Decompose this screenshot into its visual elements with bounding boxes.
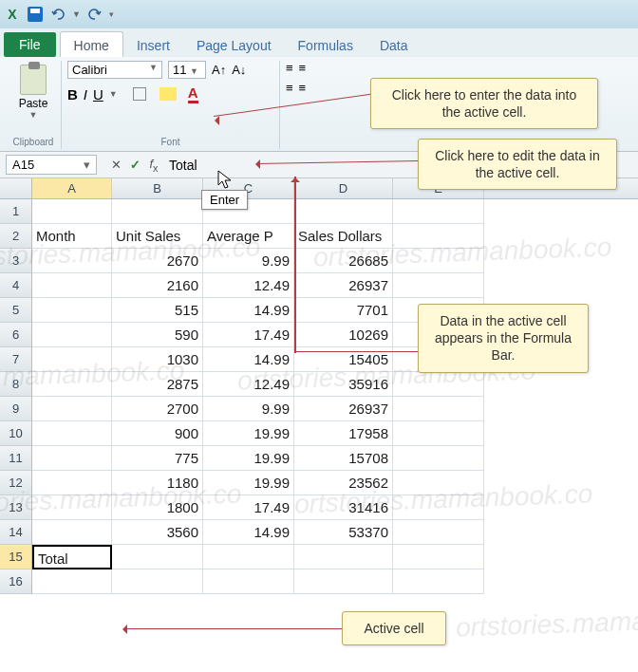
cell-A9[interactable]	[32, 397, 112, 421]
row-header[interactable]: 11	[0, 446, 32, 471]
cell-B2[interactable]: Unit Sales	[112, 224, 203, 249]
align-middle-icon[interactable]: ≡	[299, 61, 307, 75]
row-header[interactable]: 2	[0, 224, 32, 249]
cell-E3[interactable]	[393, 249, 484, 273]
cell-B7[interactable]: 1030	[112, 347, 203, 372]
paste-button[interactable]: Paste ▼	[11, 61, 55, 120]
border-icon[interactable]	[133, 87, 146, 101]
cell-D3[interactable]: 26685	[294, 249, 393, 273]
cell-E12[interactable]	[393, 471, 484, 495]
align-left-icon[interactable]: ≡	[286, 81, 293, 95]
font-size-select[interactable]: 11 ▼	[168, 61, 206, 79]
cell-A11[interactable]	[32, 446, 112, 471]
align-center-icon[interactable]: ≡	[299, 81, 307, 95]
cell-C4[interactable]: 12.49	[203, 273, 294, 298]
align-top-icon[interactable]: ≡	[286, 61, 293, 75]
tab-insert[interactable]: Insert	[123, 32, 183, 57]
cell-A15[interactable]: Total	[32, 545, 112, 569]
cell-C2[interactable]: Average P	[203, 224, 294, 249]
cell-D11[interactable]: 15708	[294, 446, 393, 471]
cell-B16[interactable]	[112, 569, 203, 594]
cell-A5[interactable]	[32, 298, 112, 323]
cell-B13[interactable]: 1800	[112, 495, 203, 520]
redo-icon[interactable]	[86, 6, 103, 23]
fill-color-icon[interactable]	[160, 87, 177, 101]
row-header[interactable]: 10	[0, 421, 32, 446]
cell-E13[interactable]	[393, 495, 484, 520]
paste-dropdown-icon[interactable]: ▼	[29, 110, 38, 120]
cell-C16[interactable]	[203, 569, 294, 594]
underline-button[interactable]: U	[93, 86, 103, 103]
cell-D16[interactable]	[294, 569, 393, 594]
row-header[interactable]: 13	[0, 495, 32, 520]
cell-B4[interactable]: 2160	[112, 273, 203, 298]
cell-A3[interactable]	[32, 249, 112, 273]
cell-E10[interactable]	[393, 421, 484, 446]
cell-B8[interactable]: 2875	[112, 372, 203, 397]
row-header[interactable]: 3	[0, 249, 32, 273]
underline-dropdown-icon[interactable]: ▼	[109, 89, 118, 99]
cell-A6[interactable]	[32, 323, 112, 347]
cell-E4[interactable]	[393, 273, 484, 298]
grow-font-icon[interactable]: A↑	[212, 63, 226, 77]
cell-E2[interactable]	[393, 224, 484, 249]
row-header[interactable]: 16	[0, 569, 32, 594]
col-header-A[interactable]: A	[32, 178, 112, 198]
cell-A1[interactable]	[32, 199, 112, 224]
row-header[interactable]: 6	[0, 323, 32, 347]
cell-B12[interactable]: 1180	[112, 471, 203, 495]
cell-E16[interactable]	[393, 569, 484, 594]
cell-A8[interactable]	[32, 372, 112, 397]
tab-home[interactable]: Home	[60, 31, 123, 57]
undo-icon[interactable]	[49, 6, 66, 23]
qat-customize-icon[interactable]: ▾	[109, 9, 114, 19]
cell-D8[interactable]: 35916	[294, 372, 393, 397]
cell-E1[interactable]	[393, 199, 484, 224]
cell-E15[interactable]	[393, 545, 484, 569]
cell-C8[interactable]: 12.49	[203, 372, 294, 397]
cell-B15[interactable]	[112, 545, 203, 569]
cell-D10[interactable]: 17958	[294, 421, 393, 446]
shrink-font-icon[interactable]: A↓	[232, 63, 246, 77]
cell-E8[interactable]	[393, 372, 484, 397]
cell-B10[interactable]: 900	[112, 421, 203, 446]
cell-D13[interactable]: 31416	[294, 495, 393, 520]
cell-A14[interactable]	[32, 520, 112, 545]
cell-A10[interactable]	[32, 421, 112, 446]
enter-icon[interactable]: ✓	[125, 158, 144, 172]
cell-D6[interactable]: 10269	[294, 323, 393, 347]
row-header[interactable]: 12	[0, 471, 32, 495]
cell-E11[interactable]	[393, 446, 484, 471]
cell-D9[interactable]: 26937	[294, 397, 393, 421]
cell-A7[interactable]	[32, 347, 112, 372]
cell-B3[interactable]: 2670	[112, 249, 203, 273]
cell-C14[interactable]: 14.99	[203, 520, 294, 545]
cell-A4[interactable]	[32, 273, 112, 298]
cell-B1[interactable]	[112, 199, 203, 224]
row-header[interactable]: 7	[0, 347, 32, 372]
row-header[interactable]: 8	[0, 372, 32, 397]
cell-C12[interactable]: 19.99	[203, 471, 294, 495]
cell-B5[interactable]: 515	[112, 298, 203, 323]
name-box-dropdown-icon[interactable]: ▾	[84, 158, 90, 172]
save-icon[interactable]	[27, 6, 44, 23]
cell-C6[interactable]: 17.49	[203, 323, 294, 347]
cell-C9[interactable]: 9.99	[203, 397, 294, 421]
bold-button[interactable]: B	[67, 86, 78, 103]
tab-file[interactable]: File	[4, 32, 56, 57]
cell-E9[interactable]	[393, 397, 484, 421]
fx-icon[interactable]: fx	[144, 157, 163, 174]
tab-page-layout[interactable]: Page Layout	[183, 32, 285, 57]
cell-A16[interactable]	[32, 569, 112, 594]
cell-C15[interactable]	[203, 545, 294, 569]
cell-D1[interactable]	[294, 199, 393, 224]
row-header[interactable]: 9	[0, 397, 32, 421]
cell-D12[interactable]: 23562	[294, 471, 393, 495]
cell-A2[interactable]: Month	[32, 224, 112, 249]
cell-C3[interactable]: 9.99	[203, 249, 294, 273]
cell-D14[interactable]: 53370	[294, 520, 393, 545]
tab-formulas[interactable]: Formulas	[285, 32, 366, 57]
row-header[interactable]: 5	[0, 298, 32, 323]
cell-E14[interactable]	[393, 520, 484, 545]
cell-A13[interactable]	[32, 495, 112, 520]
